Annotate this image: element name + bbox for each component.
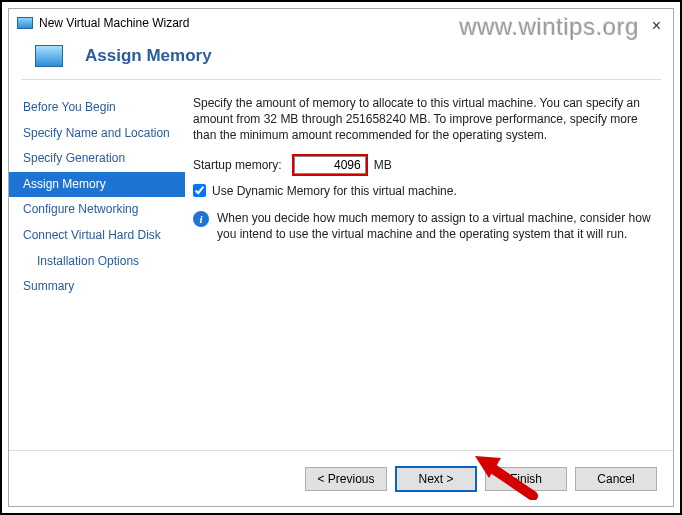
- sidebar-item-installation-options[interactable]: Installation Options: [9, 249, 185, 275]
- previous-button[interactable]: < Previous: [305, 467, 387, 491]
- sidebar-item-specify-generation[interactable]: Specify Generation: [9, 146, 185, 172]
- content-panel: Specify the amount of memory to allocate…: [185, 91, 673, 450]
- vm-icon: [17, 17, 33, 29]
- sidebar-item-configure-networking[interactable]: Configure Networking: [9, 197, 185, 223]
- startup-memory-unit: MB: [374, 158, 392, 172]
- footer: < Previous Next > Finish Cancel: [9, 450, 673, 506]
- wizard-steps-sidebar: Before You Begin Specify Name and Locati…: [9, 91, 185, 450]
- startup-memory-input[interactable]: [294, 156, 366, 174]
- finish-button[interactable]: Finish: [485, 467, 567, 491]
- startup-memory-highlight: [292, 154, 368, 176]
- window-title: New Virtual Machine Wizard: [39, 16, 190, 30]
- sidebar-item-assign-memory[interactable]: Assign Memory: [9, 172, 185, 198]
- sidebar-item-summary[interactable]: Summary: [9, 274, 185, 300]
- memory-description: Specify the amount of memory to allocate…: [193, 95, 655, 144]
- startup-memory-row: Startup memory: MB: [193, 154, 655, 176]
- info-row: i When you decide how much memory to ass…: [193, 210, 655, 242]
- page-title: Assign Memory: [85, 46, 212, 66]
- titlebar: New Virtual Machine Wizard: [9, 9, 673, 37]
- dynamic-memory-checkbox[interactable]: [193, 184, 206, 197]
- header: Assign Memory: [9, 37, 673, 79]
- dynamic-memory-label: Use Dynamic Memory for this virtual mach…: [212, 184, 457, 198]
- close-button[interactable]: ×: [652, 17, 661, 35]
- cancel-button[interactable]: Cancel: [575, 467, 657, 491]
- divider: [21, 79, 661, 80]
- sidebar-item-specify-name-location[interactable]: Specify Name and Location: [9, 121, 185, 147]
- startup-memory-label: Startup memory:: [193, 158, 282, 172]
- info-icon: i: [193, 211, 209, 227]
- info-text: When you decide how much memory to assig…: [217, 210, 655, 242]
- dynamic-memory-row: Use Dynamic Memory for this virtual mach…: [193, 184, 655, 198]
- next-button[interactable]: Next >: [395, 466, 477, 492]
- wizard-monitor-icon: [35, 45, 63, 67]
- sidebar-item-before-you-begin[interactable]: Before You Begin: [9, 95, 185, 121]
- sidebar-item-connect-virtual-hard-disk[interactable]: Connect Virtual Hard Disk: [9, 223, 185, 249]
